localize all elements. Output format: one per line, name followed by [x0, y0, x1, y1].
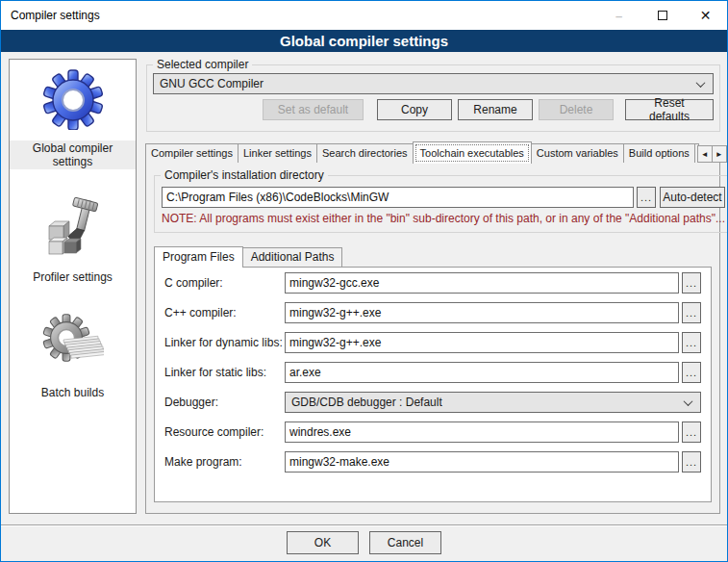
field-label: Linker for dynamic libs:: [164, 336, 280, 349]
tab-search-directories[interactable]: Search directories: [316, 143, 414, 163]
tab-custom-variables[interactable]: Custom variables: [531, 143, 624, 163]
resource-compiler-browse-button[interactable]: ...: [682, 422, 701, 443]
field-label: Debugger:: [164, 396, 280, 409]
linker-static-browse-button[interactable]: ...: [682, 362, 701, 383]
linker-dynamic-browse-button[interactable]: ...: [682, 332, 701, 353]
install-note: NOTE: All programs must exist either in …: [162, 212, 725, 225]
field-row-debugger: Debugger: GDB/CDB debugger : Default: [164, 392, 701, 413]
tab-program-files[interactable]: Program Files: [154, 246, 243, 268]
c-compiler-input[interactable]: [285, 272, 679, 294]
field-row-resource-compiler: Resource compiler: ...: [164, 422, 701, 443]
toolchain-executables-panel: Compiler's installation directory ... Au…: [145, 162, 720, 514]
make-program-browse-button[interactable]: ...: [682, 451, 701, 473]
selected-compiler-legend: Selected compiler: [153, 58, 252, 71]
footer-divider: [1, 524, 727, 526]
debugger-select[interactable]: GDB/CDB debugger : Default: [285, 392, 701, 413]
field-label: C compiler:: [164, 276, 280, 290]
tab-scroll-left-icon[interactable]: ◄: [697, 145, 713, 163]
window-title: Compiler settings: [1, 9, 100, 22]
field-label: C++ compiler:: [164, 306, 280, 319]
tab-compiler-settings[interactable]: Compiler settings: [145, 143, 238, 163]
chevron-down-icon: [684, 396, 693, 406]
tab-scroll-controls: ◄ ►: [698, 145, 727, 163]
field-row-linker-dynamic: Linker for dynamic libs: ...: [164, 332, 701, 353]
linker-dynamic-input[interactable]: [285, 332, 679, 353]
field-row-c-compiler: C compiler: ...: [164, 272, 701, 294]
installation-directory-browse-button[interactable]: ...: [637, 187, 656, 208]
caliper-icon: [41, 197, 103, 259]
tab-linker-settings[interactable]: Linker settings: [238, 143, 317, 163]
auto-detect-button[interactable]: Auto-detect: [660, 187, 725, 208]
field-row-cpp-compiler: C++ compiler: ...: [164, 302, 701, 323]
field-row-make-program: Make program: ...: [164, 451, 701, 473]
delete-button[interactable]: Delete: [539, 99, 614, 120]
tab-toolchain-executables[interactable]: Toolchain executables: [413, 141, 532, 164]
ok-button[interactable]: OK: [287, 531, 359, 554]
copy-button[interactable]: Copy: [377, 99, 452, 120]
cpp-compiler-input[interactable]: [285, 302, 679, 323]
cancel-button[interactable]: Cancel: [369, 531, 441, 554]
installation-directory-group: Compiler's installation directory ... Au…: [154, 168, 728, 233]
dialog-header: Global compiler settings: [1, 30, 727, 52]
tab-scroll-right-icon[interactable]: ►: [712, 145, 727, 163]
make-program-input[interactable]: [285, 451, 679, 473]
field-label: Linker for static libs:: [164, 366, 280, 379]
installation-directory-row: ... Auto-detect: [162, 187, 725, 208]
tab-build-options[interactable]: Build options: [623, 143, 695, 163]
compiler-actions: Set as default Copy Rename Delete Reset …: [153, 99, 714, 120]
debugger-select-value: GDB/CDB debugger : Default: [291, 396, 685, 409]
settings-tabs: Compiler settings Linker settings Search…: [145, 140, 720, 163]
maximize-icon[interactable]: [640, 1, 684, 30]
sidebar-item-label: Batch builds: [38, 385, 107, 400]
resource-compiler-input[interactable]: [285, 422, 679, 443]
program-files-panel: C compiler: ... C++ compiler: ... Linker…: [154, 267, 712, 502]
field-label: Resource compiler:: [164, 425, 280, 439]
chevron-down-icon: [696, 78, 706, 88]
selected-compiler-group: Selected compiler GNU GCC Compiler Set a…: [146, 58, 720, 132]
window-controls: – ✕: [597, 1, 727, 30]
compiler-select-value: GNU GCC Compiler: [160, 77, 697, 90]
installation-directory-legend: Compiler's installation directory: [161, 168, 328, 182]
cpp-compiler-browse-button[interactable]: ...: [682, 302, 701, 323]
sidebar-item-label: Profiler settings: [30, 269, 115, 285]
gear-papers-icon: [42, 313, 104, 374]
dialog-window: Compiler settings – ✕ Global compiler se…: [0, 0, 728, 562]
installation-directory-input[interactable]: [162, 187, 634, 208]
sidebar-item-label: Global compiler settings: [10, 140, 136, 169]
footer: OK Cancel: [1, 531, 727, 554]
sidebar-item-global-compiler-settings[interactable]: Global compiler settings: [10, 68, 136, 169]
compiler-select[interactable]: GNU GCC Compiler: [153, 73, 714, 94]
rename-button[interactable]: Rename: [458, 99, 533, 120]
program-files-tabs: Program Files Additional Paths: [154, 245, 341, 267]
minimize-icon[interactable]: –: [597, 1, 640, 30]
tab-additional-paths[interactable]: Additional Paths: [242, 247, 343, 267]
settings-category-list: Global compiler settings: [9, 59, 137, 514]
reset-defaults-button[interactable]: Reset defaults: [625, 99, 714, 120]
close-icon[interactable]: ✕: [684, 1, 727, 30]
sidebar-item-batch-builds[interactable]: Batch builds: [38, 313, 107, 400]
field-label: Make program:: [164, 455, 280, 469]
field-row-linker-static: Linker for static libs: ...: [164, 362, 701, 383]
dialog-header-title: Global compiler settings: [280, 33, 448, 49]
set-as-default-button[interactable]: Set as default: [263, 99, 364, 120]
titlebar: Compiler settings – ✕: [1, 1, 727, 30]
c-compiler-browse-button[interactable]: ...: [682, 272, 701, 294]
linker-static-input[interactable]: [285, 362, 679, 383]
sidebar-item-profiler-settings[interactable]: Profiler settings: [30, 197, 115, 285]
gear-blue-icon: [42, 68, 104, 130]
